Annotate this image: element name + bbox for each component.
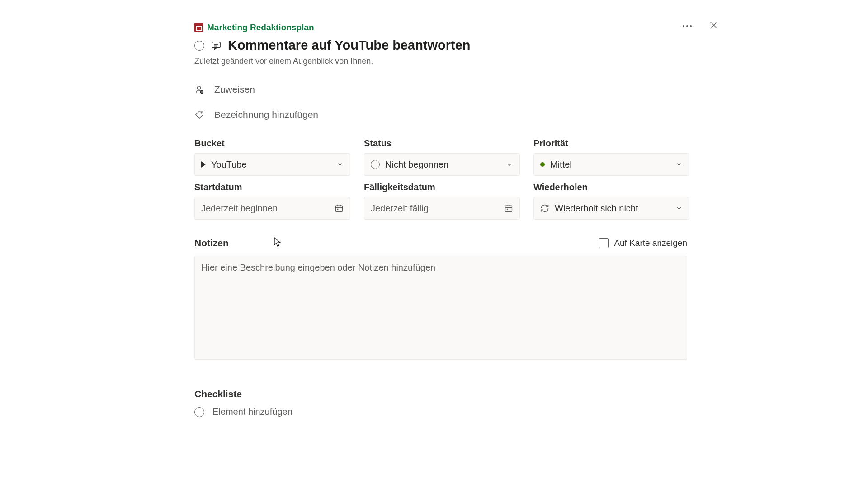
priority-dropdown[interactable]: Mittel [533,153,689,176]
status-label: Status [364,138,520,149]
notes-title: Notizen [194,238,229,249]
close-icon [709,20,719,30]
repeat-label: Wiederholen [533,182,689,192]
priority-value: Mittel [550,160,572,170]
repeat-icon [540,204,549,213]
start-date-field: Startdatum Jederzeit beginnen [194,182,350,220]
calendar-icon [504,204,513,213]
due-date-placeholder: Jederzeit fällig [371,203,504,214]
bucket-value: YouTube [211,160,247,170]
status-dropdown[interactable]: Nicht begonnen [364,153,520,176]
status-circle-icon [371,160,380,169]
show-on-card-label: Auf Karte anzeigen [614,238,687,248]
start-date-placeholder: Jederzeit beginnen [201,203,335,214]
start-date-label: Startdatum [194,182,350,192]
bucket-dropdown[interactable]: YouTube [194,153,350,176]
repeat-dropdown[interactable]: Wiederholt sich nicht [533,197,689,220]
svg-rect-2 [212,42,220,48]
status-field: Status Nicht begonnen [364,138,520,176]
chevron-down-icon [675,205,683,212]
notes-textarea[interactable] [194,256,687,360]
checklist-title: Checkliste [194,389,687,399]
checkbox-icon [599,238,609,248]
close-button[interactable] [709,20,719,32]
svg-rect-19 [507,209,508,210]
checklist-circle-icon [194,407,204,417]
due-date-input[interactable]: Jederzeit fällig [364,197,520,220]
priority-field: Priorität Mittel [533,138,689,176]
assign-label: Zuweisen [214,84,255,95]
play-icon [201,161,206,168]
repeat-field: Wiederholen Wiederholt sich nicht [533,182,689,220]
comment-icon [211,40,222,51]
add-checklist-item[interactable]: Element hinzufügen [194,407,687,417]
last-modified-text: Zuletzt geändert vor einem Augenblick vo… [194,56,687,66]
task-title[interactable]: Kommentare auf YouTube beantworten [228,38,471,53]
add-label-text: Bezeichnung hinzufügen [214,109,318,120]
status-value: Nicht begonnen [385,160,448,170]
svg-point-5 [197,86,200,89]
assign-person-icon [194,84,204,94]
svg-rect-15 [505,206,512,211]
show-on-card-checkbox[interactable]: Auf Karte anzeigen [599,238,687,248]
tag-icon [194,110,204,120]
due-date-field: Fälligkeitsdatum Jederzeit fällig [364,182,520,220]
svg-rect-10 [336,206,343,211]
chevron-down-icon [675,161,683,168]
add-label-button[interactable]: Bezeichnung hinzufügen [194,109,687,120]
bucket-label: Bucket [194,138,350,149]
start-date-input[interactable]: Jederzeit beginnen [194,197,350,220]
bucket-field: Bucket YouTube [194,138,350,176]
plan-icon [194,23,203,32]
complete-task-toggle[interactable] [194,41,204,51]
calendar-icon [335,204,344,213]
chevron-down-icon [336,161,344,168]
repeat-value: Wiederholt sich nicht [555,203,638,214]
svg-rect-14 [337,209,339,210]
chevron-down-icon [506,161,513,168]
due-date-label: Fälligkeitsdatum [364,182,520,192]
plan-name: Marketing Redaktionsplan [207,23,314,33]
more-icon [690,25,692,27]
plan-breadcrumb[interactable]: Marketing Redaktionsplan [194,23,687,33]
assign-button[interactable]: Zuweisen [194,84,687,95]
svg-point-9 [201,112,202,113]
priority-dot-icon [540,162,545,167]
priority-label: Priorität [533,138,689,149]
add-item-label: Element hinzufügen [212,407,292,417]
